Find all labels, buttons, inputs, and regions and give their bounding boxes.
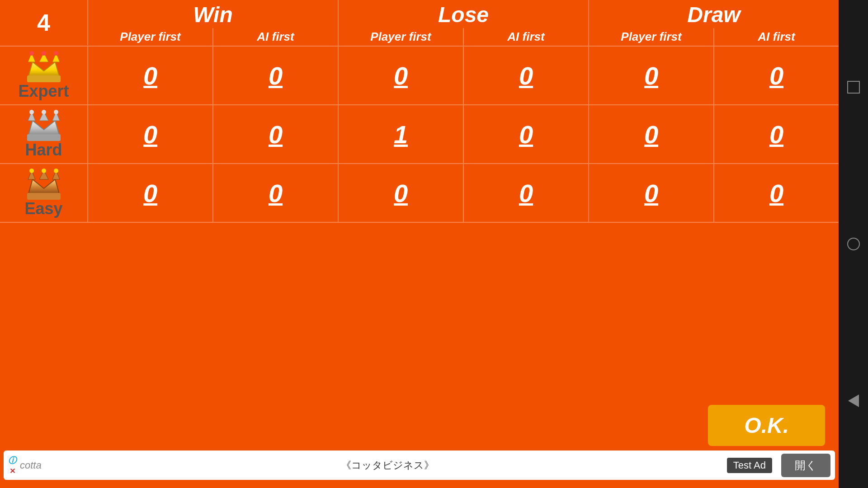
draw-player-easy[interactable]: 0 [589,164,714,222]
svg-marker-16 [28,179,60,195]
svg-point-22 [42,169,46,173]
draw-group-easy: 0 0 [589,164,839,222]
difficulty-label-expert: Expert [18,82,69,101]
table-row: Hard 0 0 1 0 0 0 [0,105,839,164]
table-row: Easy 0 0 0 0 0 0 [0,164,839,223]
ad-logo: cotta [20,460,42,471]
svg-point-5 [29,51,34,56]
lose-group-hard: 1 0 [339,105,589,163]
lose-ai-first-header: AI first [464,28,588,46]
draw-ai-expert[interactable]: 0 [714,47,839,104]
nav-back-button[interactable] [844,392,863,410]
svg-point-23 [54,169,58,173]
win-label: Win [88,0,338,28]
lose-group-expert: 0 0 [339,47,589,104]
table-body: Expert 0 0 0 0 0 0 [0,47,839,223]
nav-circle-button[interactable] [844,235,863,253]
ad-info-icon: ⓘ [8,455,16,466]
svg-rect-1 [27,75,61,82]
win-group-easy: 0 0 [88,164,339,222]
ad-body-text: 《コッタビジネス》 [48,459,727,472]
win-ai-first-header: AI first [213,28,338,46]
difficulty-cell-easy: Easy [0,164,88,222]
circle-icon [847,238,860,250]
win-player-first-header: Player first [88,28,213,46]
win-player-expert[interactable]: 0 [88,47,213,104]
ad-icon-area: ⓘ ✕ [8,455,16,475]
lose-player-expert[interactable]: 0 [339,47,464,104]
square-icon [847,81,860,94]
table-header: 4 Win Player first AI first Lose Player … [0,0,839,47]
svg-rect-9 [27,134,61,141]
draw-group-expert: 0 0 [589,47,839,104]
table-row: Expert 0 0 0 0 0 0 [0,47,839,105]
svg-point-15 [54,110,58,114]
lose-ai-expert[interactable]: 0 [464,47,588,104]
lose-group-easy: 0 0 [339,164,589,222]
svg-marker-0 [28,62,60,78]
lose-ai-easy[interactable]: 0 [464,164,588,222]
difficulty-cell-hard: Hard [0,105,88,163]
lose-ai-hard[interactable]: 0 [464,105,588,163]
ad-open-button[interactable]: 開く [781,454,830,477]
draw-player-first-header: Player first [589,28,714,46]
svg-point-14 [42,110,46,114]
win-ai-hard[interactable]: 0 [213,105,338,163]
win-player-easy[interactable]: 0 [88,164,213,222]
svg-point-6 [42,51,46,56]
android-nav-sidebar [839,0,868,488]
svg-point-21 [29,169,34,173]
corner-number: 4 [0,0,88,45]
draw-group-hard: 0 0 [589,105,839,163]
difficulty-cell-expert: Expert [0,47,88,104]
page-number: 4 [37,9,50,36]
lose-player-easy[interactable]: 0 [339,164,464,222]
crown-easy-icon [24,168,64,204]
win-ai-expert[interactable]: 0 [213,47,338,104]
ok-button-container: O.K. [0,405,839,450]
ad-test-badge: Test Ad [727,458,772,473]
draw-label: Draw [589,0,839,28]
nav-square-button[interactable] [844,78,863,96]
back-icon [848,394,859,407]
crown-hard-icon [24,109,64,145]
win-ai-easy[interactable]: 0 [213,164,338,222]
difficulty-label-easy: Easy [24,199,62,218]
lose-player-first-header: Player first [339,28,464,46]
svg-point-7 [54,51,58,56]
draw-ai-hard[interactable]: 0 [714,105,839,163]
svg-rect-17 [27,193,61,200]
lose-player-hard[interactable]: 1 [339,105,464,163]
draw-player-expert[interactable]: 0 [589,47,714,104]
draw-ai-first-header: AI first [714,28,839,46]
draw-group-header: Draw Player first AI first [589,0,839,46]
svg-marker-8 [28,121,60,136]
win-group-hard: 0 0 [88,105,339,163]
difficulty-label-hard: Hard [25,141,62,160]
draw-ai-easy[interactable]: 0 [714,164,839,222]
ok-button[interactable]: O.K. [708,405,825,446]
svg-point-13 [29,110,34,114]
crown-expert-icon [24,51,64,86]
bottom-area: O.K. ⓘ ✕ cotta 《コッタビジネス》 Test Ad 開く [0,242,839,488]
win-player-hard[interactable]: 0 [88,105,213,163]
ad-close-icon[interactable]: ✕ [9,467,15,475]
lose-group-header: Lose Player first AI first [339,0,589,46]
win-group-header: Win Player first AI first [88,0,339,46]
lose-label: Lose [339,0,588,28]
win-group-expert: 0 0 [88,47,339,104]
ad-banner: ⓘ ✕ cotta 《コッタビジネス》 Test Ad 開く [4,450,835,480]
draw-player-hard[interactable]: 0 [589,105,714,163]
